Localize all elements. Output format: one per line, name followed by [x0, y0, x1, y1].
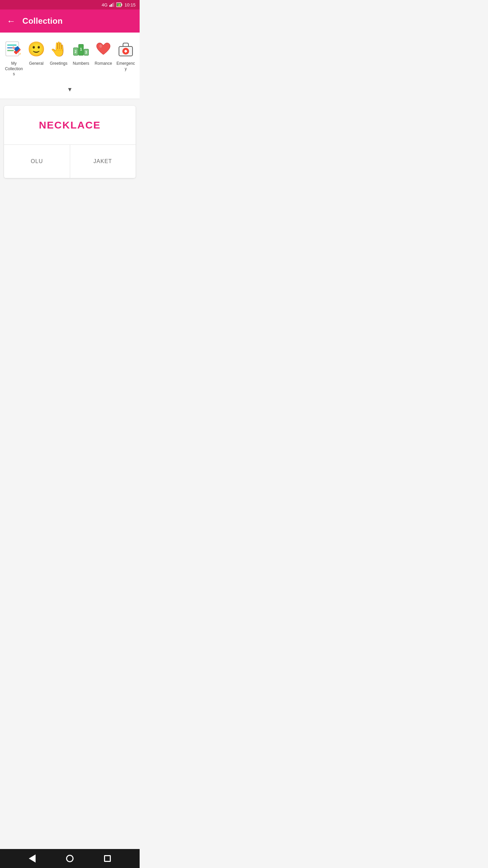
category-numbers[interactable]: 2 1 3 Numbers: [70, 38, 92, 69]
category-my-collections[interactable]: My Collections: [3, 38, 25, 80]
svg-rect-5: [122, 4, 122, 6]
answer-option-2[interactable]: JAKET: [70, 145, 136, 178]
greetings-icon: 🤚: [49, 39, 68, 59]
app-bar: ← Collection: [0, 9, 140, 33]
svg-text:1: 1: [80, 47, 82, 51]
nav-home-button[interactable]: [66, 855, 74, 862]
category-emergency-label: Emergency: [116, 61, 136, 72]
category-my-collections-label: My Collections: [4, 61, 24, 77]
category-greetings-label: Greetings: [50, 61, 67, 66]
nav-bar: [0, 849, 140, 868]
category-romance[interactable]: Romance: [92, 38, 115, 69]
svg-rect-0: [109, 5, 110, 7]
nav-back-button[interactable]: [29, 854, 36, 863]
svg-marker-13: [19, 53, 21, 55]
category-emergency[interactable]: Emergency: [115, 38, 137, 74]
answer-option-1[interactable]: OLU: [4, 145, 70, 178]
signal-indicator: 4G: [102, 2, 107, 7]
svg-rect-26: [125, 50, 126, 53]
category-romance-label: Romance: [95, 61, 112, 66]
time-display: 10:15: [124, 2, 136, 7]
my-collections-icon: [4, 39, 24, 59]
card-word: NECKLACE: [39, 119, 101, 131]
card-header: NECKLACE: [4, 106, 136, 145]
main-content: NECKLACE OLU JAKET: [0, 99, 140, 849]
svg-rect-1: [111, 4, 112, 7]
battery-icon: ⚡: [116, 2, 122, 7]
category-general-label: General: [29, 61, 44, 66]
romance-icon: [94, 39, 113, 59]
expand-categories-row[interactable]: ▾: [0, 82, 140, 99]
svg-rect-9: [7, 44, 17, 46]
flashcard: NECKLACE OLU JAKET: [4, 106, 136, 178]
svg-rect-2: [112, 3, 113, 7]
card-answers: OLU JAKET: [4, 145, 136, 178]
svg-text:3: 3: [85, 51, 87, 54]
chevron-down-icon[interactable]: ▾: [68, 85, 72, 93]
numbers-icon: 2 1 3: [71, 39, 91, 59]
nav-recent-button[interactable]: [104, 855, 111, 862]
category-row: My Collections 🙂 General 🤚 Greetings 2 1…: [0, 33, 140, 82]
nav-home-icon: [66, 855, 74, 862]
nav-back-icon: [29, 854, 36, 863]
page-title: Collection: [22, 16, 63, 26]
svg-rect-3: [114, 2, 114, 7]
general-icon: 🙂: [26, 39, 46, 59]
signal-icon: [109, 2, 114, 7]
nav-recent-icon: [104, 855, 111, 862]
status-bar: 4G ⚡ 10:15: [0, 0, 140, 9]
svg-rect-11: [7, 50, 14, 51]
emergency-icon: [116, 39, 136, 59]
svg-text:⚡: ⚡: [118, 3, 121, 7]
category-greetings[interactable]: 🤚 Greetings: [47, 38, 70, 69]
svg-point-22: [99, 44, 102, 48]
category-numbers-label: Numbers: [73, 61, 89, 66]
svg-text:2: 2: [75, 50, 77, 54]
category-general[interactable]: 🙂 General: [25, 38, 47, 69]
back-button[interactable]: ←: [5, 15, 17, 27]
